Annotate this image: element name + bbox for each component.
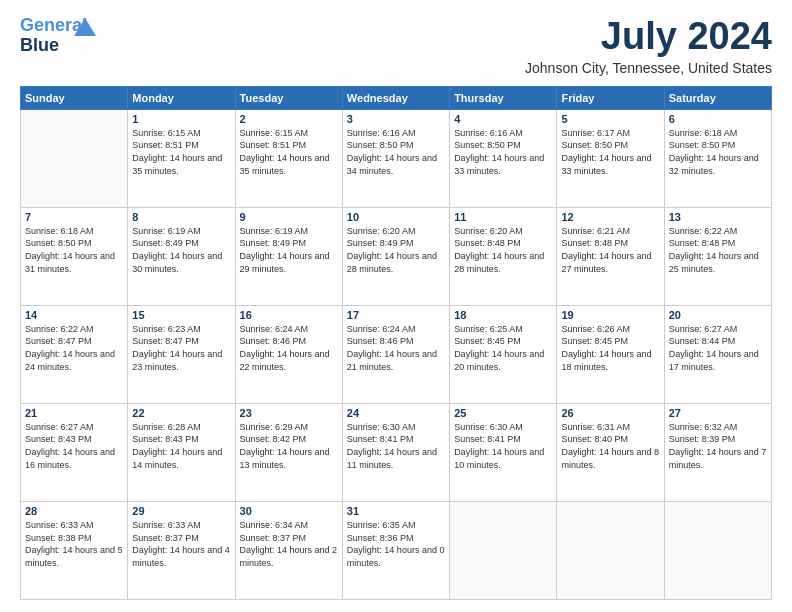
day-info: Sunrise: 6:15 AM Sunset: 8:51 PM Dayligh…	[240, 127, 338, 177]
day-number: 25	[454, 407, 552, 419]
day-info: Sunrise: 6:33 AM Sunset: 8:37 PM Dayligh…	[132, 519, 230, 569]
day-info: Sunrise: 6:20 AM Sunset: 8:49 PM Dayligh…	[347, 225, 445, 275]
calendar-cell: 29Sunrise: 6:33 AM Sunset: 8:37 PM Dayli…	[128, 501, 235, 599]
calendar-week-1: 7Sunrise: 6:18 AM Sunset: 8:50 PM Daylig…	[21, 207, 772, 305]
day-number: 31	[347, 505, 445, 517]
calendar-cell: 16Sunrise: 6:24 AM Sunset: 8:46 PM Dayli…	[235, 305, 342, 403]
calendar-cell: 4Sunrise: 6:16 AM Sunset: 8:50 PM Daylig…	[450, 109, 557, 207]
day-info: Sunrise: 6:31 AM Sunset: 8:40 PM Dayligh…	[561, 421, 659, 471]
logo-blue: Blue	[20, 35, 59, 55]
day-number: 10	[347, 211, 445, 223]
day-info: Sunrise: 6:17 AM Sunset: 8:50 PM Dayligh…	[561, 127, 659, 177]
day-number: 8	[132, 211, 230, 223]
day-number: 6	[669, 113, 767, 125]
calendar-cell: 13Sunrise: 6:22 AM Sunset: 8:48 PM Dayli…	[664, 207, 771, 305]
day-number: 29	[132, 505, 230, 517]
day-info: Sunrise: 6:20 AM Sunset: 8:48 PM Dayligh…	[454, 225, 552, 275]
header-thursday: Thursday	[450, 86, 557, 109]
logo-icon	[74, 18, 96, 36]
day-info: Sunrise: 6:24 AM Sunset: 8:46 PM Dayligh…	[240, 323, 338, 373]
calendar-cell: 10Sunrise: 6:20 AM Sunset: 8:49 PM Dayli…	[342, 207, 449, 305]
day-number: 24	[347, 407, 445, 419]
header-wednesday: Wednesday	[342, 86, 449, 109]
day-info: Sunrise: 6:35 AM Sunset: 8:36 PM Dayligh…	[347, 519, 445, 569]
day-number: 20	[669, 309, 767, 321]
day-number: 26	[561, 407, 659, 419]
calendar-cell: 25Sunrise: 6:30 AM Sunset: 8:41 PM Dayli…	[450, 403, 557, 501]
calendar-cell: 14Sunrise: 6:22 AM Sunset: 8:47 PM Dayli…	[21, 305, 128, 403]
header-sunday: Sunday	[21, 86, 128, 109]
calendar-cell: 23Sunrise: 6:29 AM Sunset: 8:42 PM Dayli…	[235, 403, 342, 501]
header-tuesday: Tuesday	[235, 86, 342, 109]
title-area: July 2024 Johnson City, Tennessee, Unite…	[525, 16, 772, 76]
page: General Blue July 2024 Johnson City, Ten…	[0, 0, 792, 612]
svg-marker-0	[74, 18, 96, 36]
calendar-cell: 5Sunrise: 6:17 AM Sunset: 8:50 PM Daylig…	[557, 109, 664, 207]
calendar-cell: 19Sunrise: 6:26 AM Sunset: 8:45 PM Dayli…	[557, 305, 664, 403]
day-info: Sunrise: 6:16 AM Sunset: 8:50 PM Dayligh…	[347, 127, 445, 177]
day-number: 13	[669, 211, 767, 223]
day-info: Sunrise: 6:30 AM Sunset: 8:41 PM Dayligh…	[347, 421, 445, 471]
day-number: 4	[454, 113, 552, 125]
day-number: 19	[561, 309, 659, 321]
day-number: 27	[669, 407, 767, 419]
day-info: Sunrise: 6:30 AM Sunset: 8:41 PM Dayligh…	[454, 421, 552, 471]
calendar-week-0: 1Sunrise: 6:15 AM Sunset: 8:51 PM Daylig…	[21, 109, 772, 207]
calendar-cell: 6Sunrise: 6:18 AM Sunset: 8:50 PM Daylig…	[664, 109, 771, 207]
day-number: 14	[25, 309, 123, 321]
day-info: Sunrise: 6:18 AM Sunset: 8:50 PM Dayligh…	[669, 127, 767, 177]
day-number: 15	[132, 309, 230, 321]
calendar-cell	[664, 501, 771, 599]
day-number: 30	[240, 505, 338, 517]
day-info: Sunrise: 6:24 AM Sunset: 8:46 PM Dayligh…	[347, 323, 445, 373]
calendar-cell: 28Sunrise: 6:33 AM Sunset: 8:38 PM Dayli…	[21, 501, 128, 599]
calendar-cell	[21, 109, 128, 207]
header-monday: Monday	[128, 86, 235, 109]
day-number: 2	[240, 113, 338, 125]
calendar-cell: 2Sunrise: 6:15 AM Sunset: 8:51 PM Daylig…	[235, 109, 342, 207]
calendar-cell: 3Sunrise: 6:16 AM Sunset: 8:50 PM Daylig…	[342, 109, 449, 207]
weekday-header-row: Sunday Monday Tuesday Wednesday Thursday…	[21, 86, 772, 109]
calendar-cell	[450, 501, 557, 599]
day-info: Sunrise: 6:23 AM Sunset: 8:47 PM Dayligh…	[132, 323, 230, 373]
day-number: 11	[454, 211, 552, 223]
day-number: 3	[347, 113, 445, 125]
calendar-cell	[557, 501, 664, 599]
day-info: Sunrise: 6:26 AM Sunset: 8:45 PM Dayligh…	[561, 323, 659, 373]
day-number: 21	[25, 407, 123, 419]
calendar-cell: 21Sunrise: 6:27 AM Sunset: 8:43 PM Dayli…	[21, 403, 128, 501]
calendar-cell: 11Sunrise: 6:20 AM Sunset: 8:48 PM Dayli…	[450, 207, 557, 305]
calendar-cell: 8Sunrise: 6:19 AM Sunset: 8:49 PM Daylig…	[128, 207, 235, 305]
day-info: Sunrise: 6:19 AM Sunset: 8:49 PM Dayligh…	[132, 225, 230, 275]
day-number: 28	[25, 505, 123, 517]
day-info: Sunrise: 6:29 AM Sunset: 8:42 PM Dayligh…	[240, 421, 338, 471]
day-number: 22	[132, 407, 230, 419]
day-info: Sunrise: 6:18 AM Sunset: 8:50 PM Dayligh…	[25, 225, 123, 275]
calendar-week-4: 28Sunrise: 6:33 AM Sunset: 8:38 PM Dayli…	[21, 501, 772, 599]
calendar-cell: 26Sunrise: 6:31 AM Sunset: 8:40 PM Dayli…	[557, 403, 664, 501]
day-number: 5	[561, 113, 659, 125]
day-info: Sunrise: 6:33 AM Sunset: 8:38 PM Dayligh…	[25, 519, 123, 569]
day-number: 1	[132, 113, 230, 125]
month-year: July 2024	[525, 16, 772, 58]
day-info: Sunrise: 6:32 AM Sunset: 8:39 PM Dayligh…	[669, 421, 767, 471]
day-number: 23	[240, 407, 338, 419]
day-info: Sunrise: 6:15 AM Sunset: 8:51 PM Dayligh…	[132, 127, 230, 177]
day-info: Sunrise: 6:19 AM Sunset: 8:49 PM Dayligh…	[240, 225, 338, 275]
day-number: 16	[240, 309, 338, 321]
header-friday: Friday	[557, 86, 664, 109]
day-number: 7	[25, 211, 123, 223]
day-info: Sunrise: 6:25 AM Sunset: 8:45 PM Dayligh…	[454, 323, 552, 373]
day-info: Sunrise: 6:28 AM Sunset: 8:43 PM Dayligh…	[132, 421, 230, 471]
calendar-cell: 9Sunrise: 6:19 AM Sunset: 8:49 PM Daylig…	[235, 207, 342, 305]
day-number: 18	[454, 309, 552, 321]
calendar-week-2: 14Sunrise: 6:22 AM Sunset: 8:47 PM Dayli…	[21, 305, 772, 403]
calendar-table: Sunday Monday Tuesday Wednesday Thursday…	[20, 86, 772, 600]
calendar-cell: 15Sunrise: 6:23 AM Sunset: 8:47 PM Dayli…	[128, 305, 235, 403]
calendar-cell: 31Sunrise: 6:35 AM Sunset: 8:36 PM Dayli…	[342, 501, 449, 599]
day-info: Sunrise: 6:22 AM Sunset: 8:48 PM Dayligh…	[669, 225, 767, 275]
header: General Blue July 2024 Johnson City, Ten…	[20, 16, 772, 76]
day-info: Sunrise: 6:21 AM Sunset: 8:48 PM Dayligh…	[561, 225, 659, 275]
calendar-cell: 12Sunrise: 6:21 AM Sunset: 8:48 PM Dayli…	[557, 207, 664, 305]
calendar-week-3: 21Sunrise: 6:27 AM Sunset: 8:43 PM Dayli…	[21, 403, 772, 501]
